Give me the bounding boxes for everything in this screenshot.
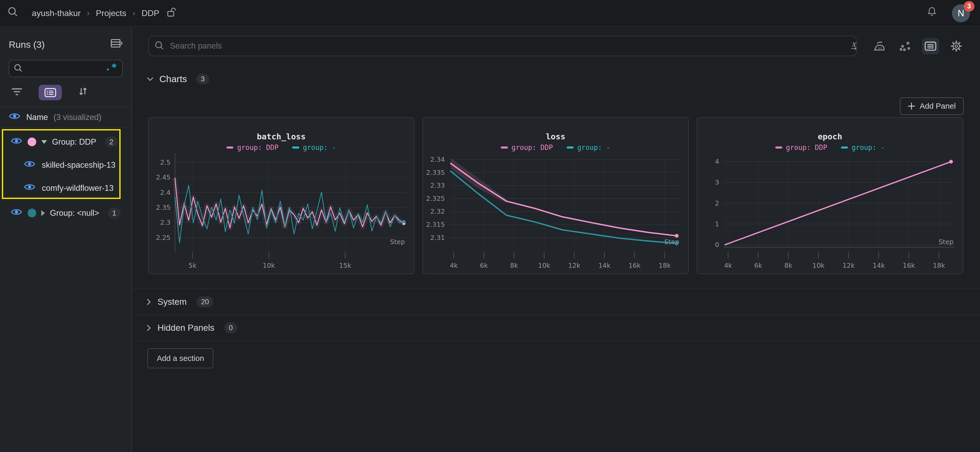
- group-count-badge: 2: [105, 136, 118, 147]
- panel-legend: group: DDP group: -: [149, 144, 414, 151]
- run-row-skilled-spaceship[interactable]: skilled-spaceship-13: [0, 154, 131, 177]
- list-view-toggle[interactable]: [39, 85, 62, 100]
- svg-text:8k: 8k: [784, 262, 793, 269]
- visibility-eye-icon[interactable]: [24, 183, 35, 193]
- smoothing-iron-icon[interactable]: [871, 38, 888, 54]
- panel-layout-icon[interactable]: [922, 38, 940, 54]
- name-column-label[interactable]: Name: [26, 113, 48, 122]
- avatar[interactable]: N 3: [952, 4, 970, 22]
- visibility-eye-icon[interactable]: [11, 136, 22, 147]
- svg-text:4: 4: [715, 158, 719, 165]
- legend-swatch-pink: [226, 146, 233, 148]
- line-chart[interactable]: 012344k6k8k10k12k14k16k18kStep: [697, 152, 963, 273]
- group-color-swatch: [28, 209, 36, 217]
- notifications-bell-icon[interactable]: [926, 6, 938, 21]
- wandb-project-page: ayush-thakur › Projects › DDP N 3 Runs (…: [0, 0, 980, 452]
- run-group-row-null[interactable]: Group: <null> 1: [0, 201, 131, 225]
- visibility-eye-icon[interactable]: [24, 160, 35, 170]
- visibility-eye-icon[interactable]: [9, 112, 21, 122]
- runs-count-title: Runs (3): [9, 40, 45, 50]
- chevron-down-icon: [146, 77, 154, 82]
- panel-legend: group: DDP group: -: [423, 144, 688, 151]
- svg-text:2.45: 2.45: [156, 173, 170, 181]
- runs-name-header: Name (3 visualized): [0, 106, 131, 128]
- svg-text:14k: 14k: [598, 262, 611, 269]
- global-search-icon[interactable]: [8, 6, 18, 19]
- run-list: Group: DDP 2 skilled-spaceship-13 comfy-…: [0, 128, 131, 225]
- chevron-right-icon[interactable]: [41, 210, 45, 216]
- svg-text:2.34: 2.34: [430, 155, 445, 163]
- breadcrumb-entity[interactable]: ayush-thakur: [32, 8, 81, 18]
- svg-text:2.335: 2.335: [426, 168, 445, 176]
- breadcrumb-projects[interactable]: Projects: [96, 8, 126, 18]
- chevron-down-icon[interactable]: [41, 140, 47, 144]
- x-axis-settings-icon[interactable]: x→: [845, 38, 862, 54]
- workspace-main: x→ Charts 3 Add Panel: [132, 27, 980, 452]
- svg-text:2: 2: [715, 199, 719, 207]
- svg-text:16k: 16k: [903, 262, 915, 269]
- run-name[interactable]: comfy-wildflower-13: [42, 184, 113, 193]
- search-panels-icon: [154, 41, 164, 53]
- charts-section-label: Charts: [159, 74, 187, 84]
- legend-label: group: DDP: [237, 144, 278, 151]
- runs-table-icon[interactable]: [111, 39, 123, 51]
- remove-outliers-icon[interactable]: [896, 38, 914, 54]
- panel-epoch[interactable]: epoch group: DDP group: - 012344k6k8k10k…: [697, 117, 963, 274]
- run-row-comfy-wildflower[interactable]: comfy-wildflower-13: [0, 177, 131, 200]
- legend-label: group: -: [577, 144, 610, 151]
- run-group-row-ddp[interactable]: Group: DDP 2: [0, 130, 131, 154]
- chevron-right-icon: [146, 324, 151, 332]
- svg-text:6k: 6k: [480, 262, 488, 269]
- group-label[interactable]: Group: DDP: [52, 137, 96, 147]
- line-chart[interactable]: 2.252.32.352.42.452.55k10k15kStep: [149, 152, 414, 273]
- panel-legend: group: DDP group: -: [697, 144, 963, 151]
- settings-gear-icon[interactable]: [947, 38, 965, 54]
- svg-text:8k: 8k: [510, 262, 518, 269]
- search-panels-input[interactable]: [148, 36, 857, 56]
- add-panel-label: Add Panel: [920, 102, 956, 111]
- add-panel-button[interactable]: Add Panel: [900, 97, 964, 115]
- charts-section-header[interactable]: Charts 3: [146, 74, 980, 85]
- runs-sidebar: Runs (3) .*: [0, 27, 132, 452]
- visibility-eye-icon[interactable]: [11, 208, 22, 218]
- svg-text:6k: 6k: [754, 262, 762, 269]
- panel-batch-loss[interactable]: batch_loss group: DDP group: - 2.252.32.…: [148, 117, 414, 274]
- regex-toggle[interactable]: .*: [105, 62, 118, 73]
- notification-count-badge: 3: [964, 1, 974, 11]
- system-section-header[interactable]: System 20: [132, 289, 980, 315]
- sort-icon[interactable]: [78, 86, 88, 99]
- system-section-label: System: [158, 297, 186, 307]
- legend-label: group: DDP: [786, 144, 827, 151]
- svg-text:4k: 4k: [724, 262, 732, 269]
- group-count-badge: 1: [108, 208, 121, 219]
- svg-text:3: 3: [715, 179, 719, 186]
- panel-title: batch_loss: [149, 132, 414, 141]
- breadcrumb-project-name[interactable]: DDP: [142, 8, 159, 18]
- line-chart[interactable]: 2.312.3152.322.3252.332.3352.344k6k8k10k…: [423, 152, 688, 273]
- panel-loss[interactable]: loss group: DDP group: - 2.312.3152.322.…: [423, 117, 689, 274]
- run-name[interactable]: skilled-spaceship-13: [42, 160, 115, 170]
- open-lock-icon: [167, 7, 176, 19]
- svg-text:18k: 18k: [933, 262, 945, 269]
- runs-search-icon: [14, 63, 23, 75]
- chevron-right-icon: [146, 298, 151, 306]
- top-bar: ayush-thakur › Projects › DDP N 3: [0, 0, 980, 27]
- legend-swatch-cyan: [292, 146, 299, 148]
- svg-text:12k: 12k: [843, 262, 855, 269]
- svg-text:18k: 18k: [659, 262, 671, 269]
- legend-swatch-pink: [775, 146, 782, 148]
- legend-label: group: -: [303, 144, 336, 151]
- svg-text:2.315: 2.315: [426, 221, 445, 228]
- add-section-button[interactable]: Add a section: [147, 348, 213, 368]
- avatar-initial: N: [958, 8, 964, 18]
- legend-swatch-cyan: [841, 146, 848, 148]
- svg-text:12k: 12k: [568, 262, 581, 269]
- group-label[interactable]: Group: <null>: [50, 208, 99, 218]
- svg-text:16k: 16k: [628, 262, 641, 269]
- breadcrumb: ayush-thakur › Projects › DDP: [32, 7, 176, 19]
- svg-text:2.325: 2.325: [426, 195, 445, 202]
- svg-text:2.31: 2.31: [430, 234, 445, 241]
- svg-text:2.4: 2.4: [160, 189, 170, 196]
- hidden-panels-section-header[interactable]: Hidden Panels 0: [132, 315, 980, 341]
- filter-icon[interactable]: [11, 87, 22, 98]
